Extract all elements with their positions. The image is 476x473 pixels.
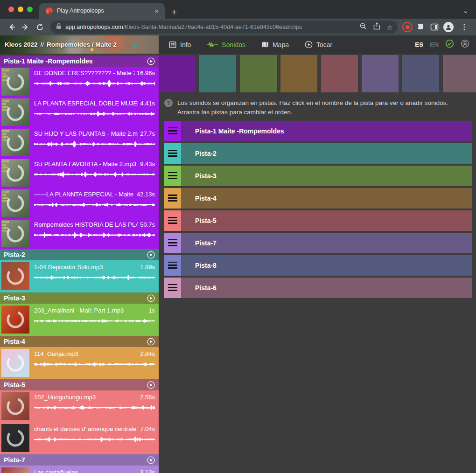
track-row[interactable]: Pista-3	[164, 166, 472, 186]
track-row-body[interactable]: Pista-8	[181, 255, 472, 276]
breadcrumb[interactable]: Kleos 2022 // Rompemoldes / Maite 2	[0, 35, 159, 54]
track-row-label: Pista-3	[195, 172, 217, 180]
clip-item[interactable]: Las castañuelas3.13s	[0, 466, 159, 473]
clip-waveform	[34, 139, 155, 149]
clip-item[interactable]: 102_Hunguhungu.mp32.56s	[0, 390, 159, 422]
track-color-swatch	[199, 55, 236, 92]
clip-item[interactable]: ROM PE MOL DESSU PLANTA FAVORITA - Maite…	[0, 158, 159, 188]
lang-toggle-en[interactable]: EN	[430, 41, 439, 48]
play-track-icon[interactable]	[147, 57, 155, 65]
track-row[interactable]: Pista-4	[164, 188, 472, 209]
sidebar-clip-list: 102_Hunguhungu.mp32.56schants et danses …	[0, 390, 159, 454]
clip-item[interactable]: ROM PE MOL DES------LA PLANNTA ESPECIAL …	[0, 188, 159, 218]
tab-favicon-icon	[46, 7, 53, 14]
share-icon[interactable]	[373, 22, 380, 32]
play-track-icon[interactable]	[147, 381, 155, 389]
clip-title-row: SU PLANTA FAVORITA - Maite 2.mp39.43s	[34, 160, 155, 167]
track-row[interactable]: Pista-7	[164, 233, 472, 253]
header-right: ES EN	[415, 39, 476, 50]
drag-handle[interactable]	[164, 255, 181, 276]
screen-recording-indicator-icon[interactable]	[402, 22, 413, 32]
sidebar-track-header[interactable]: Pista-7	[0, 454, 159, 466]
clip-body: 1-04 Repicador Solo.mp31.89s	[34, 262, 155, 292]
browser-menu-icon[interactable]: ⋮	[456, 21, 472, 33]
side-panel-icon[interactable]	[428, 21, 441, 33]
app-header: Kleos 2022 // Rompemoldes / Maite 2 Info…	[0, 35, 476, 54]
track-row[interactable]: Pista-5	[164, 210, 472, 231]
address-bar[interactable]: app.antropoloops.com/Kleos-Santa-Marina/…	[50, 21, 398, 34]
drag-handle[interactable]	[164, 210, 181, 231]
track-row-body[interactable]: Pista-2	[181, 143, 472, 164]
tab-close-icon[interactable]: ×	[153, 7, 160, 15]
clip-title-row: 114_Gunjai.mp32.84s	[34, 350, 155, 357]
track-row-body[interactable]: Pista-6	[181, 278, 472, 298]
track-row-body[interactable]: Pista-5	[181, 210, 472, 231]
track-row[interactable]: Pista-6	[164, 278, 472, 298]
forward-button[interactable]	[20, 21, 32, 33]
profile-avatar[interactable]	[442, 21, 455, 33]
minimize-window-button[interactable]	[18, 7, 23, 12]
sidebar-track-section: Pista-7Las castañuelas3.13s	[0, 454, 159, 473]
track-row-label: Pista-7	[195, 239, 217, 247]
play-track-icon[interactable]	[147, 251, 155, 259]
track-row[interactable]: Pista-2	[164, 143, 472, 164]
close-window-button[interactable]	[8, 7, 14, 12]
lang-toggle-es[interactable]: ES	[415, 41, 423, 48]
saved-check-icon[interactable]	[445, 39, 454, 50]
play-track-icon[interactable]	[147, 456, 155, 464]
clips-sidebar: Pista-1 Maite -RompemoldesROM PE MOL DES…	[0, 54, 159, 473]
drag-handle-icon	[168, 172, 177, 180]
sidebar-track-header[interactable]: Pista-2	[0, 249, 159, 260]
sidebar-track-header[interactable]: Pista-5	[0, 379, 159, 390]
track-row-body[interactable]: Pista-7	[181, 233, 472, 253]
reload-button[interactable]	[34, 21, 46, 33]
drag-handle[interactable]	[164, 188, 181, 209]
new-tab-button[interactable]: +	[165, 7, 177, 19]
extensions-puzzle-icon[interactable]	[414, 21, 427, 33]
sidebar-track-header[interactable]: Pista-3	[0, 292, 159, 304]
clip-item[interactable]: 203_Amalihani - Mali: Part 1.mp31s	[0, 304, 159, 335]
clip-item[interactable]: ROM PE MOL DESRompemoldes HISTORIA DE LA…	[0, 218, 159, 249]
play-track-icon[interactable]	[147, 294, 155, 302]
drag-handle[interactable]	[164, 166, 181, 186]
sidebar-track-header[interactable]: Pista-4	[0, 336, 159, 347]
nav-item-info[interactable]: Info	[169, 41, 191, 49]
sidebar-track-header[interactable]: Pista-1 Maite -Rompemoldes	[0, 56, 159, 67]
track-row-body[interactable]: Pista-1 Maite -Rompemoldes	[181, 121, 472, 141]
clip-body: LA PLANTA ESPECIAL DOBLE MUJER - Mai...4…	[34, 98, 155, 127]
fullscreen-window-button[interactable]	[27, 7, 33, 12]
track-row[interactable]: Pista-1 Maite -Rompemoldes	[164, 121, 472, 141]
clip-item[interactable]: 114_Gunjai.mp32.84s	[0, 347, 159, 379]
drag-handle[interactable]	[164, 121, 181, 141]
loop-arc-icon	[5, 72, 26, 92]
clip-duration: 27.7s	[140, 130, 155, 137]
nav-item-tocar[interactable]: Tocar	[305, 41, 332, 49]
nav-item-sonidos[interactable]: Sonidos	[207, 41, 245, 49]
nav-item-mapa[interactable]: Mapa	[261, 41, 289, 49]
browser-tab[interactable]: Play Antropoloops ×	[39, 3, 165, 19]
sidebar-track-section: Pista-3203_Amalihani - Mali: Part 1.mp31…	[0, 292, 159, 336]
track-row-body[interactable]: Pista-4	[181, 188, 472, 209]
back-button[interactable]	[6, 21, 18, 33]
clip-duration: 3.13s	[140, 469, 155, 473]
breadcrumb-project[interactable]: Kleos 2022	[5, 41, 38, 48]
track-row[interactable]: Pista-8	[164, 255, 472, 276]
clip-item[interactable]: ROM PE MOL DESLA PLANTA ESPECIAL DOBLE M…	[0, 97, 159, 127]
clip-item[interactable]: ROM PE MOL DESDE DONDE ERES???????? - Ma…	[0, 67, 159, 97]
clip-item[interactable]: chants et danses d' amerique centrale - …	[0, 422, 159, 454]
tab-search-chevron-icon[interactable]: ⌄	[462, 7, 476, 19]
drag-handle-icon	[168, 284, 177, 292]
clip-item[interactable]: ROM PE MOL DESSU HIJO Y LAS PLANTAS - Ma…	[0, 127, 159, 158]
drag-handle[interactable]	[164, 143, 181, 164]
play-track-icon[interactable]	[147, 338, 155, 346]
drag-handle[interactable]	[164, 278, 181, 298]
clip-title: Rompemoldes HISTORIA DE LAS PLANTAS...	[34, 221, 138, 228]
track-row-label: Pista-4	[195, 195, 217, 202]
clip-waveform	[34, 403, 155, 413]
clip-item[interactable]: 1-04 Repicador Solo.mp31.89s	[0, 260, 159, 292]
account-icon[interactable]	[461, 39, 469, 50]
track-row-body[interactable]: Pista-3	[181, 166, 472, 186]
zoom-icon[interactable]	[359, 22, 367, 32]
drag-handle[interactable]	[164, 233, 181, 253]
bookmark-star-icon[interactable]: ☆	[387, 24, 393, 31]
